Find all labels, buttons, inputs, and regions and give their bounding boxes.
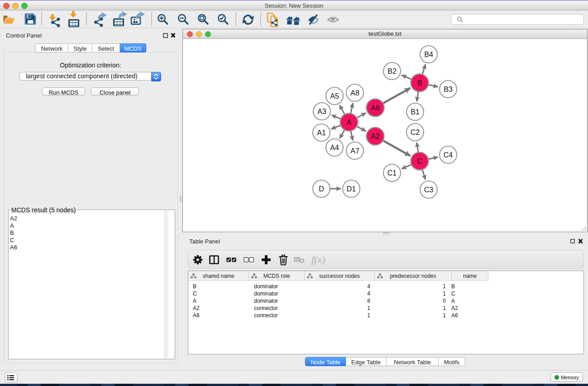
svg-text:B2: B2 xyxy=(387,67,397,75)
svg-text:A4: A4 xyxy=(330,144,339,152)
svg-text:B3: B3 xyxy=(444,86,453,93)
svg-text:C1: C1 xyxy=(387,169,397,177)
svg-text:A5: A5 xyxy=(330,92,339,100)
svg-text:A1: A1 xyxy=(317,129,326,137)
svg-text:C4: C4 xyxy=(444,151,453,159)
svg-text:A6: A6 xyxy=(371,104,380,112)
svg-text:B1: B1 xyxy=(411,108,420,116)
svg-text:B4: B4 xyxy=(424,51,433,58)
svg-text:C: C xyxy=(417,157,422,165)
svg-text:D1: D1 xyxy=(347,185,356,193)
svg-text:f(x): f(x) xyxy=(311,254,325,265)
svg-text:B: B xyxy=(417,79,422,87)
svg-text:A7: A7 xyxy=(350,147,359,155)
svg-text:A2: A2 xyxy=(371,133,380,140)
svg-text:D: D xyxy=(319,185,324,193)
svg-text:A: A xyxy=(347,119,352,126)
svg-text:C2: C2 xyxy=(411,129,420,136)
svg-text:A8: A8 xyxy=(350,89,359,97)
svg-text:A3: A3 xyxy=(317,108,326,115)
svg-text:C3: C3 xyxy=(424,186,434,194)
